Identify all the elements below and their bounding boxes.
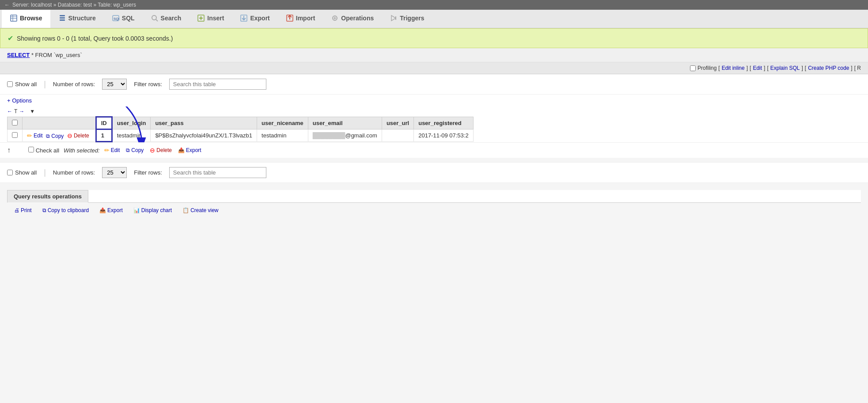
view-icon: 📋 bbox=[182, 207, 189, 213]
with-selected-copy-icon: ⧉ bbox=[126, 147, 130, 153]
col-user-pass: user_pass bbox=[151, 117, 257, 129]
table-area: ← T → ▼ ID user_login user_pass user_nic… bbox=[0, 106, 868, 142]
tab-insert[interactable]: Insert bbox=[189, 10, 232, 28]
cell-user-pass-1: $P$BsZhalyvcfolai49unZX/1.T3lvazb1 bbox=[151, 129, 257, 142]
tab-export[interactable]: Export bbox=[232, 10, 277, 28]
svg-rect-0 bbox=[11, 15, 17, 21]
cell-user-registered-1: 2017-11-09 07:53:2 bbox=[414, 129, 473, 142]
col-id: ID bbox=[96, 117, 112, 129]
tab-import-label: Import bbox=[296, 15, 315, 22]
col-user-url: user_url bbox=[382, 117, 413, 129]
create-php-link[interactable]: Create PHP code bbox=[808, 65, 849, 71]
tab-triggers-label: Triggers bbox=[400, 15, 424, 22]
svg-text:SQL: SQL bbox=[114, 17, 119, 21]
sql-icon: SQL bbox=[112, 14, 120, 22]
copy-icon: ⧉ bbox=[46, 133, 50, 139]
row-checkbox-1[interactable] bbox=[12, 132, 18, 138]
query-ops-section: Query results operations 🖨 Print ⧉ Copy … bbox=[7, 190, 861, 218]
cell-user-url-1 bbox=[382, 129, 413, 142]
with-selected-export[interactable]: 📤 Export bbox=[178, 147, 201, 153]
cell-id-1: 1 bbox=[96, 129, 112, 142]
sort-down-icon[interactable]: ▼ bbox=[30, 108, 35, 114]
rows-select-top[interactable]: 25 50 100 250 500 bbox=[102, 79, 127, 90]
svg-line-10 bbox=[156, 19, 158, 21]
title-bar: ← Server: localhost » Database: test » T… bbox=[0, 0, 868, 10]
tab-import[interactable]: Import bbox=[278, 10, 323, 28]
copy-btn-1[interactable]: ⧉ Copy bbox=[46, 133, 64, 139]
tab-structure-label: Structure bbox=[68, 15, 96, 22]
create-view-link[interactable]: 📋 Create view bbox=[182, 207, 218, 213]
check-all-checkbox[interactable] bbox=[28, 147, 34, 152]
operations-icon bbox=[331, 14, 339, 22]
with-selected-edit-icon: ✏ bbox=[104, 147, 110, 154]
with-selected-export-icon: 📤 bbox=[178, 147, 185, 153]
profiling-label: Profiling bbox=[697, 65, 716, 71]
tab-insert-label: Insert bbox=[207, 15, 224, 22]
with-selected-edit[interactable]: ✏ Edit bbox=[104, 147, 120, 154]
success-message: Showing rows 0 - 0 (1 total, Query took … bbox=[17, 35, 173, 42]
controls-row-top: Show all | Number of rows: 25 50 100 250… bbox=[0, 74, 868, 95]
chart-icon: 📊 bbox=[133, 207, 140, 213]
table-icon bbox=[10, 14, 18, 22]
triggers-icon bbox=[390, 14, 398, 22]
display-chart-link[interactable]: 📊 Display chart bbox=[133, 207, 172, 213]
tab-operations[interactable]: Operations bbox=[323, 10, 382, 28]
sql-rest: * FROM `wp_users` bbox=[31, 52, 82, 58]
col-left-link[interactable]: ← bbox=[7, 108, 12, 114]
copy-clipboard-link[interactable]: ⧉ Copy to clipboard bbox=[42, 207, 89, 213]
edit-link[interactable]: Edit bbox=[753, 65, 762, 71]
show-all-checkbox-top[interactable] bbox=[7, 81, 13, 87]
tab-structure[interactable]: Structure bbox=[50, 10, 104, 28]
print-icon: 🖨 bbox=[14, 207, 19, 213]
show-all-checkbox-bottom[interactable] bbox=[7, 170, 13, 175]
tab-operations-label: Operations bbox=[341, 15, 374, 22]
edit-inline-link[interactable]: Edit inline bbox=[722, 65, 745, 71]
tab-browse[interactable]: Browse bbox=[2, 10, 50, 28]
col-right-link[interactable]: → bbox=[19, 108, 24, 114]
with-selected-delete-icon: ⊖ bbox=[150, 147, 155, 154]
rows-select-bottom[interactable]: 25 50 100 250 500 bbox=[102, 167, 127, 178]
tab-sql-label: SQL bbox=[122, 15, 135, 22]
tab-triggers[interactable]: Triggers bbox=[382, 10, 432, 28]
print-link[interactable]: 🖨 Print bbox=[14, 207, 32, 213]
with-selected-copy[interactable]: ⧉ Copy bbox=[126, 147, 144, 153]
tab-search[interactable]: Search bbox=[143, 10, 190, 28]
profiling-checkbox[interactable] bbox=[690, 65, 696, 71]
tab-export-label: Export bbox=[250, 15, 269, 22]
edit-btn-1[interactable]: ✏ Edit bbox=[27, 132, 43, 139]
delete-icon: ⊖ bbox=[67, 132, 72, 139]
tab-sql[interactable]: SQL SQL bbox=[104, 10, 143, 28]
explain-sql-link[interactable]: Explain SQL bbox=[770, 65, 800, 71]
cell-user-email-1: ████████@gmail.com bbox=[308, 129, 382, 142]
copy-clipboard-icon: ⧉ bbox=[42, 207, 46, 213]
with-selected-delete[interactable]: ⊖ Delete bbox=[150, 147, 172, 154]
delete-btn-1[interactable]: ⊖ Delete bbox=[67, 132, 89, 139]
filter-input-top[interactable] bbox=[169, 79, 266, 90]
search-icon bbox=[151, 14, 159, 22]
success-bar: ✔ Showing rows 0 - 0 (1 total, Query too… bbox=[0, 28, 868, 48]
row-actions-1: ✏ Edit ⧉ Copy ⊖ Delete bbox=[23, 129, 96, 142]
svg-rect-4 bbox=[60, 15, 65, 16]
title-text: Server: localhost » Database: test » Tab… bbox=[12, 2, 136, 8]
back-arrow[interactable]: ← bbox=[4, 2, 10, 8]
svg-rect-6 bbox=[60, 19, 65, 21]
col-user-registered: user_registered bbox=[414, 117, 473, 129]
insert-icon bbox=[197, 14, 205, 22]
export-link[interactable]: 📤 Export bbox=[99, 207, 123, 213]
show-all-label-top: Show all bbox=[7, 81, 37, 87]
filter-input-bottom[interactable] bbox=[169, 167, 266, 178]
col-user-email: user_email bbox=[308, 117, 382, 129]
show-all-label-bottom: Show all bbox=[7, 169, 37, 176]
export-icon bbox=[240, 14, 248, 22]
options-link[interactable]: + Options bbox=[7, 97, 32, 104]
svg-point-9 bbox=[152, 15, 156, 20]
sort-up-icon: ↑ bbox=[7, 146, 11, 154]
export-ops-icon: 📤 bbox=[99, 207, 106, 213]
select-all-checkbox[interactable] bbox=[12, 120, 18, 125]
column-controls: ← T → ▼ bbox=[7, 106, 861, 116]
cell-user-nicename-1: testadmin bbox=[257, 129, 308, 142]
with-selected-row: ↑ Check all With selected: ✏ Edit ⧉ Copy… bbox=[0, 142, 868, 158]
import-icon bbox=[286, 14, 294, 22]
blurred-email: ████████ bbox=[313, 132, 345, 139]
sql-keyword: SELECT bbox=[7, 52, 30, 58]
